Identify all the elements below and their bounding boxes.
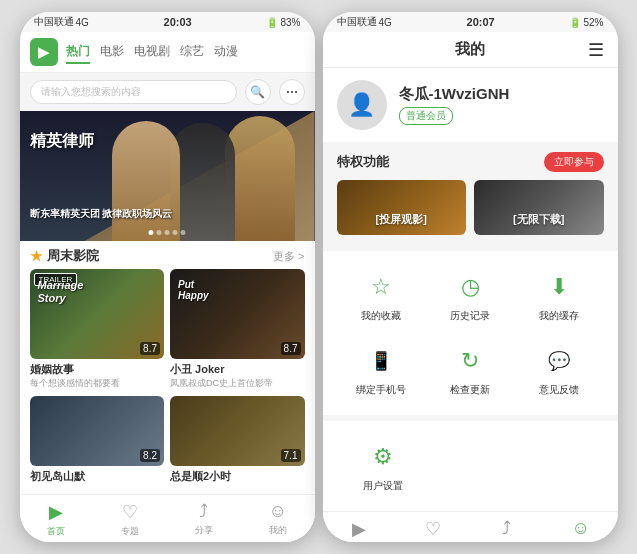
feedback-icon: 💬 <box>541 343 577 379</box>
movie-name-1: 小丑 Joker <box>170 362 305 377</box>
right-bottom-nav: ▶ 首页 ♡ 专题 ⤴ 分享 ☺ 我的 <box>323 511 618 542</box>
movie-score-0: 8.7 <box>140 342 160 355</box>
right-nav-topic[interactable]: ♡ 专题 <box>396 518 470 542</box>
function-cache[interactable]: ⬇ 我的缓存 <box>515 259 604 333</box>
nav-tab-tv[interactable]: 电视剧 <box>134 41 170 64</box>
dot-1 <box>149 230 154 235</box>
special-section: 特权功能 立即参与 [投屏观影] [无限下载] <box>323 142 618 245</box>
home-icon: ▶ <box>49 501 63 523</box>
movie-card-1[interactable]: 8.7 PutHappy 小丑 Joker 凤凰叔成DC史上首位影帝 <box>170 269 305 390</box>
hero-dots <box>149 230 186 235</box>
nav-tab-variety[interactable]: 综艺 <box>180 41 204 64</box>
right-mine-icon: ☺ <box>571 518 589 539</box>
hero-title: 精英律师 <box>30 131 94 152</box>
movie-name-3: 总是顺2小时 <box>170 469 305 484</box>
movie-desc-1: 凤凰叔成DC史上首位影帝 <box>170 378 305 390</box>
left-nav-home[interactable]: ▶ 首页 <box>20 501 94 538</box>
search-input[interactable]: 请输入您想搜索的内容 <box>30 80 237 104</box>
movie-name-2: 初见岛山默 <box>30 469 165 484</box>
weekend-title: ★ 周末影院 <box>30 247 99 265</box>
function-update[interactable]: ↻ 检查更新 <box>426 333 515 407</box>
hero-subtitle: 断东率精英天团 掀律政职场风云 <box>30 207 173 221</box>
right-nav-mine[interactable]: ☺ 我的 <box>544 518 618 542</box>
movie-name-0: 婚姻故事 <box>30 362 165 377</box>
avatar: 👤 <box>337 80 387 130</box>
movie-thumb-2: 8.2 <box>30 396 165 466</box>
menu-icon[interactable]: ☰ <box>588 39 604 61</box>
favorites-icon: ☆ <box>363 269 399 305</box>
special-card-screen[interactable]: [投屏观影] <box>337 180 467 235</box>
special-header: 特权功能 立即参与 <box>337 152 604 172</box>
function-grid: ☆ 我的收藏 ◷ 历史记录 ⬇ 我的缓存 📱 绑定手机号 ↻ 检查更新 💬 意见 <box>323 245 618 415</box>
cache-label: 我的缓存 <box>539 309 579 323</box>
right-phone: 中国联通 4G 20:07 🔋52% 我的 ☰ 👤 冬瓜-1WvziGNH 普通… <box>323 12 618 542</box>
movie-card-2[interactable]: 8.2 初见岛山默 <box>30 396 165 484</box>
nav-tab-hot[interactable]: 热门 <box>66 41 90 64</box>
right-topic-icon: ♡ <box>425 518 441 540</box>
update-icon: ↻ <box>452 343 488 379</box>
more-button[interactable]: 更多 > <box>273 249 304 264</box>
page-title: 我的 <box>455 40 485 59</box>
function-history[interactable]: ◷ 历史记录 <box>426 259 515 333</box>
history-icon: ◷ <box>452 269 488 305</box>
movie-thumb-0: TRAILER 8.7 MarriageStory <box>30 269 165 359</box>
movie-thumb-1: 8.7 PutHappy <box>170 269 305 359</box>
movie-desc-0: 每个想谈感情的都要看 <box>30 378 165 390</box>
right-status-bar: 中国联通 4G 20:07 🔋52% <box>323 12 618 32</box>
settings-label: 用户设置 <box>363 479 403 493</box>
special-cards: [投屏观影] [无限下载] <box>337 180 604 235</box>
right-header: 我的 ☰ <box>323 32 618 68</box>
left-time: 20:03 <box>164 16 192 28</box>
weekend-section-header: ★ 周末影院 更多 > <box>20 241 315 269</box>
app-logo[interactable]: ▶ <box>30 38 58 66</box>
join-button[interactable]: 立即参与 <box>544 152 604 172</box>
mine-label: 我的 <box>269 524 287 537</box>
movie-card-3[interactable]: 7.1 总是顺2小时 <box>170 396 305 484</box>
function-bind-phone[interactable]: 📱 绑定手机号 <box>337 333 426 407</box>
star-icon: ★ <box>30 248 43 264</box>
nav-tab-anime[interactable]: 动漫 <box>214 41 238 64</box>
special-title: 特权功能 <box>337 153 389 171</box>
share-label: 分享 <box>195 524 213 537</box>
left-signal: 中国联通 4G <box>34 15 89 29</box>
right-nav-share[interactable]: ⤴ 分享 <box>470 518 544 542</box>
hero-banner[interactable]: 精英律师 断东率精英天团 掀律政职场风云 <box>20 111 315 241</box>
user-badge: 普通会员 <box>399 107 453 125</box>
left-phone: 中国联通 4G 20:03 🔋83% ▶ 热门 电影 电视剧 综艺 动漫 请输入… <box>20 12 315 542</box>
left-nav-share[interactable]: ⤴ 分享 <box>167 501 241 538</box>
screen-label: [投屏观影] <box>337 212 467 227</box>
dot-2 <box>157 230 162 235</box>
left-nav-topic[interactable]: ♡ 专题 <box>93 501 167 538</box>
search-icon[interactable]: 🔍 <box>245 79 271 105</box>
movie-thumb-3: 7.1 <box>170 396 305 466</box>
special-card-download[interactable]: [无限下载] <box>474 180 604 235</box>
nav-tabs: 热门 电影 电视剧 综艺 动漫 <box>66 41 305 64</box>
share-icon[interactable]: ⋯ <box>279 79 305 105</box>
dot-3 <box>165 230 170 235</box>
topic-icon: ♡ <box>122 501 138 523</box>
right-signal: 中国联通 4G <box>337 15 392 29</box>
mine-icon: ☺ <box>268 501 286 522</box>
search-placeholder: 请输入您想搜索的内容 <box>41 85 141 99</box>
left-bottom-nav: ▶ 首页 ♡ 专题 ⤴ 分享 ☺ 我的 <box>20 494 315 542</box>
nav-tab-movie[interactable]: 电影 <box>100 41 124 64</box>
movie-card-0[interactable]: TRAILER 8.7 MarriageStory 婚姻故事 每个想谈感情的都要… <box>30 269 165 390</box>
movie-grid-row1: TRAILER 8.7 MarriageStory 婚姻故事 每个想谈感情的都要… <box>20 269 315 390</box>
function-settings[interactable]: ⚙ 用户设置 <box>363 429 403 503</box>
right-nav-home[interactable]: ▶ 首页 <box>323 518 397 542</box>
dot-4 <box>173 230 178 235</box>
avatar-icon: 👤 <box>348 92 375 118</box>
movie-score-1: 8.7 <box>281 342 301 355</box>
left-nav-mine[interactable]: ☺ 我的 <box>241 501 315 538</box>
left-status-bar: 中国联通 4G 20:03 🔋83% <box>20 12 315 32</box>
right-battery: 🔋52% <box>569 17 603 28</box>
function-feedback[interactable]: 💬 意见反馈 <box>515 333 604 407</box>
search-bar: 请输入您想搜索的内容 🔍 ⋯ <box>20 73 315 111</box>
favorites-label: 我的收藏 <box>361 309 401 323</box>
function-favorites[interactable]: ☆ 我的收藏 <box>337 259 426 333</box>
right-home-icon: ▶ <box>352 518 366 540</box>
right-share-label: 分享 <box>498 541 516 542</box>
home-label: 首页 <box>47 525 65 538</box>
right-mine-label: 我的 <box>572 541 590 542</box>
movie-score-3: 7.1 <box>281 449 301 462</box>
